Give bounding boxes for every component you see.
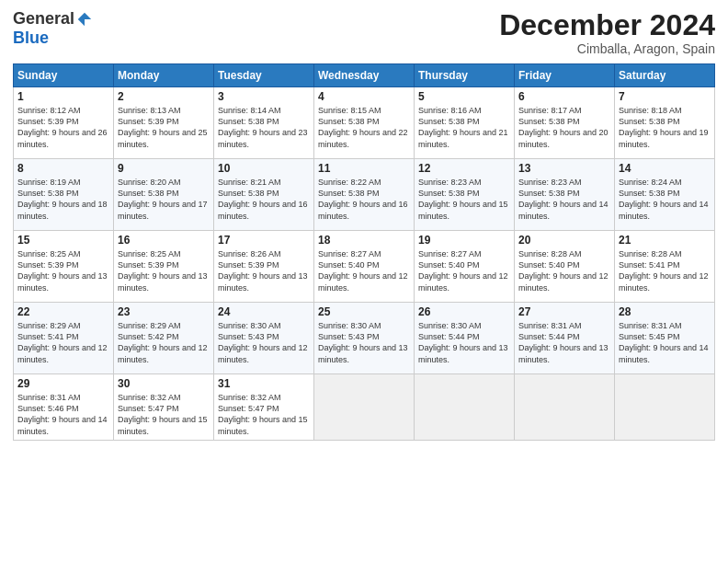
day-number: 14 bbox=[619, 162, 711, 175]
calendar-cell: 31Sunrise: 8:32 AMSunset: 5:47 PMDayligh… bbox=[214, 374, 314, 441]
cell-content: Sunrise: 8:31 AMSunset: 5:44 PMDaylight:… bbox=[518, 320, 610, 365]
day-number: 26 bbox=[418, 305, 510, 318]
cell-content: Sunrise: 8:12 AMSunset: 5:39 PMDaylight:… bbox=[17, 105, 109, 150]
day-number: 1 bbox=[17, 90, 109, 103]
calendar-cell: 27Sunrise: 8:31 AMSunset: 5:44 PMDayligh… bbox=[515, 303, 615, 374]
calendar-cell: 25Sunrise: 8:30 AMSunset: 5:43 PMDayligh… bbox=[314, 303, 415, 374]
day-number: 30 bbox=[118, 377, 210, 390]
logo-blue: Blue bbox=[13, 29, 49, 48]
day-number: 19 bbox=[418, 234, 510, 247]
day-number: 11 bbox=[318, 162, 410, 175]
logo-icon bbox=[76, 11, 93, 28]
day-number: 20 bbox=[518, 234, 610, 247]
calendar-cell bbox=[314, 374, 415, 441]
calendar-cell: 12Sunrise: 8:23 AMSunset: 5:38 PMDayligh… bbox=[415, 159, 515, 231]
calendar-cell: 18Sunrise: 8:27 AMSunset: 5:40 PMDayligh… bbox=[314, 231, 415, 303]
cell-content: Sunrise: 8:14 AMSunset: 5:38 PMDaylight:… bbox=[218, 105, 310, 150]
cell-content: Sunrise: 8:28 AMSunset: 5:41 PMDaylight:… bbox=[619, 248, 711, 293]
calendar-cell bbox=[615, 374, 715, 441]
cell-content: Sunrise: 8:13 AMSunset: 5:39 PMDaylight:… bbox=[118, 105, 210, 150]
col-thursday: Thursday bbox=[415, 64, 515, 87]
day-number: 25 bbox=[318, 305, 410, 318]
calendar-cell: 2Sunrise: 8:13 AMSunset: 5:39 PMDaylight… bbox=[114, 87, 214, 159]
location: Cimballa, Aragon, Spain bbox=[499, 41, 715, 56]
day-number: 31 bbox=[218, 377, 310, 390]
calendar-cell: 17Sunrise: 8:26 AMSunset: 5:39 PMDayligh… bbox=[214, 231, 314, 303]
calendar-cell: 15Sunrise: 8:25 AMSunset: 5:39 PMDayligh… bbox=[14, 231, 114, 303]
cell-content: Sunrise: 8:20 AMSunset: 5:38 PMDaylight:… bbox=[118, 177, 210, 222]
day-number: 21 bbox=[619, 234, 711, 247]
calendar-cell: 26Sunrise: 8:30 AMSunset: 5:44 PMDayligh… bbox=[415, 303, 515, 374]
cell-content: Sunrise: 8:15 AMSunset: 5:38 PMDaylight:… bbox=[318, 105, 410, 150]
calendar-cell: 19Sunrise: 8:27 AMSunset: 5:40 PMDayligh… bbox=[415, 231, 515, 303]
cell-content: Sunrise: 8:28 AMSunset: 5:40 PMDaylight:… bbox=[518, 248, 610, 293]
day-number: 29 bbox=[17, 377, 109, 390]
day-number: 27 bbox=[518, 305, 610, 318]
day-number: 5 bbox=[418, 90, 510, 103]
cell-content: Sunrise: 8:32 AMSunset: 5:47 PMDaylight:… bbox=[218, 392, 310, 437]
calendar-cell: 20Sunrise: 8:28 AMSunset: 5:40 PMDayligh… bbox=[515, 231, 615, 303]
day-number: 23 bbox=[118, 305, 210, 318]
logo-general: General bbox=[13, 9, 74, 29]
cell-content: Sunrise: 8:25 AMSunset: 5:39 PMDaylight:… bbox=[17, 248, 109, 293]
cell-content: Sunrise: 8:26 AMSunset: 5:39 PMDaylight:… bbox=[218, 248, 310, 293]
cell-content: Sunrise: 8:16 AMSunset: 5:38 PMDaylight:… bbox=[418, 105, 510, 150]
calendar-cell: 11Sunrise: 8:22 AMSunset: 5:38 PMDayligh… bbox=[314, 159, 415, 231]
cell-content: Sunrise: 8:27 AMSunset: 5:40 PMDaylight:… bbox=[418, 248, 510, 293]
day-number: 4 bbox=[318, 90, 410, 103]
logo-text: General bbox=[13, 9, 93, 29]
day-number: 17 bbox=[218, 234, 310, 247]
cell-content: Sunrise: 8:24 AMSunset: 5:38 PMDaylight:… bbox=[619, 177, 711, 222]
day-number: 15 bbox=[17, 234, 109, 247]
col-monday: Monday bbox=[114, 64, 214, 87]
col-saturday: Saturday bbox=[615, 64, 715, 87]
calendar-cell: 1Sunrise: 8:12 AMSunset: 5:39 PMDaylight… bbox=[14, 87, 114, 159]
title-section: December 2024 Cimballa, Aragon, Spain bbox=[499, 9, 715, 56]
calendar-cell: 13Sunrise: 8:23 AMSunset: 5:38 PMDayligh… bbox=[515, 159, 615, 231]
day-number: 13 bbox=[518, 162, 610, 175]
calendar-cell: 29Sunrise: 8:31 AMSunset: 5:46 PMDayligh… bbox=[14, 374, 114, 441]
header: General Blue December 2024 Cimballa, Ara… bbox=[13, 9, 715, 56]
calendar-cell: 16Sunrise: 8:25 AMSunset: 5:39 PMDayligh… bbox=[114, 231, 214, 303]
calendar-cell bbox=[415, 374, 515, 441]
day-number: 18 bbox=[318, 234, 410, 247]
cell-content: Sunrise: 8:23 AMSunset: 5:38 PMDaylight:… bbox=[518, 177, 610, 222]
col-friday: Friday bbox=[515, 64, 615, 87]
cell-content: Sunrise: 8:30 AMSunset: 5:43 PMDaylight:… bbox=[318, 320, 410, 365]
calendar-cell bbox=[515, 374, 615, 441]
calendar-cell: 5Sunrise: 8:16 AMSunset: 5:38 PMDaylight… bbox=[415, 87, 515, 159]
calendar-cell: 10Sunrise: 8:21 AMSunset: 5:38 PMDayligh… bbox=[214, 159, 314, 231]
calendar-cell: 30Sunrise: 8:32 AMSunset: 5:47 PMDayligh… bbox=[114, 374, 214, 441]
calendar-cell: 4Sunrise: 8:15 AMSunset: 5:38 PMDaylight… bbox=[314, 87, 415, 159]
day-number: 2 bbox=[118, 90, 210, 103]
cell-content: Sunrise: 8:21 AMSunset: 5:38 PMDaylight:… bbox=[218, 177, 310, 222]
col-wednesday: Wednesday bbox=[314, 64, 415, 87]
cell-content: Sunrise: 8:27 AMSunset: 5:40 PMDaylight:… bbox=[318, 248, 410, 293]
day-number: 24 bbox=[218, 305, 310, 318]
cell-content: Sunrise: 8:23 AMSunset: 5:38 PMDaylight:… bbox=[418, 177, 510, 222]
logo: General Blue bbox=[13, 9, 93, 48]
day-number: 10 bbox=[218, 162, 310, 175]
calendar-cell: 3Sunrise: 8:14 AMSunset: 5:38 PMDaylight… bbox=[214, 87, 314, 159]
day-number: 3 bbox=[218, 90, 310, 103]
cell-content: Sunrise: 8:18 AMSunset: 5:38 PMDaylight:… bbox=[619, 105, 711, 150]
calendar-cell: 21Sunrise: 8:28 AMSunset: 5:41 PMDayligh… bbox=[615, 231, 715, 303]
col-tuesday: Tuesday bbox=[214, 64, 314, 87]
calendar-cell: 24Sunrise: 8:30 AMSunset: 5:43 PMDayligh… bbox=[214, 303, 314, 374]
day-number: 22 bbox=[17, 305, 109, 318]
calendar-cell: 7Sunrise: 8:18 AMSunset: 5:38 PMDaylight… bbox=[615, 87, 715, 159]
cell-content: Sunrise: 8:31 AMSunset: 5:45 PMDaylight:… bbox=[619, 320, 711, 365]
day-number: 9 bbox=[118, 162, 210, 175]
calendar-cell: 23Sunrise: 8:29 AMSunset: 5:42 PMDayligh… bbox=[114, 303, 214, 374]
calendar-cell: 6Sunrise: 8:17 AMSunset: 5:38 PMDaylight… bbox=[515, 87, 615, 159]
day-number: 8 bbox=[17, 162, 109, 175]
cell-content: Sunrise: 8:29 AMSunset: 5:41 PMDaylight:… bbox=[17, 320, 109, 365]
cell-content: Sunrise: 8:17 AMSunset: 5:38 PMDaylight:… bbox=[518, 105, 610, 150]
calendar-cell: 9Sunrise: 8:20 AMSunset: 5:38 PMDaylight… bbox=[114, 159, 214, 231]
day-number: 28 bbox=[619, 305, 711, 318]
calendar-cell: 28Sunrise: 8:31 AMSunset: 5:45 PMDayligh… bbox=[615, 303, 715, 374]
col-sunday: Sunday bbox=[14, 64, 114, 87]
cell-content: Sunrise: 8:30 AMSunset: 5:44 PMDaylight:… bbox=[418, 320, 510, 365]
calendar-cell: 14Sunrise: 8:24 AMSunset: 5:38 PMDayligh… bbox=[615, 159, 715, 231]
calendar-header-row: Sunday Monday Tuesday Wednesday Thursday… bbox=[14, 64, 715, 87]
